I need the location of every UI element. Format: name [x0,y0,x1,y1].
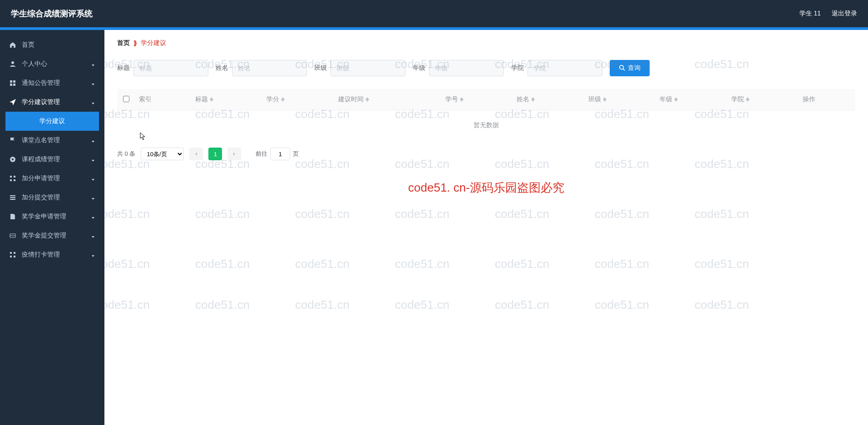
class-input[interactable] [330,60,405,76]
doc-icon [9,213,16,220]
sidebar-item-label: 加分提交管理 [22,193,85,202]
chevron-left-icon [194,151,198,158]
filter-college: 学院 [511,60,602,76]
sidebar-item-3[interactable]: 学分建议管理 [0,93,104,112]
column-label: 学号 [445,95,458,103]
column-label: 学分 [266,95,279,103]
watermark-tile: code51.cn [104,298,150,312]
column-label: 建议时间 [338,95,364,103]
grade-input[interactable] [429,60,504,76]
next-page-button[interactable] [227,148,241,160]
grid2-icon [9,251,16,258]
goto-input[interactable] [270,148,290,160]
sidebar-item-7[interactable]: 加分提交管理 [0,188,104,207]
record-icon [9,156,16,163]
sidebar-item-1[interactable]: 个人中心 [0,54,104,74]
query-button[interactable]: 查询 [610,60,650,76]
breadcrumb-separator-icon: ⟫ [133,40,137,47]
chevron-down-icon [91,81,95,85]
watermark-tile: code51.cn [495,298,549,312]
sidebar-item-10[interactable]: 疫情打卡管理 [0,245,104,264]
prev-page-button[interactable] [189,148,203,160]
watermark-tile: code51.cn [595,257,649,271]
sidebar: 首页个人中心通知公告管理学分建议管理学分建议课堂点名管理课程成绩管理加分申请管理… [0,30,104,425]
sidebar-item-8[interactable]: 奖学金申请管理 [0,207,104,226]
watermark-tile: code51.cn [104,207,150,221]
svg-point-0 [11,61,14,64]
sidebar-item-5[interactable]: 课程成绩管理 [0,150,104,169]
filter-label: 标题 [117,64,130,72]
sidebar-subitem[interactable]: 学分建议 [5,112,99,131]
goto-suffix: 页 [293,150,299,158]
college-input[interactable] [528,60,602,76]
topbar: 学生综合成绩测评系统 学生 11 退出登录 [0,0,868,27]
title-input[interactable] [133,60,208,76]
svg-rect-7 [10,176,12,178]
sliders-icon [9,194,16,201]
chevron-down-icon [91,62,95,66]
svg-rect-15 [14,252,15,254]
name-input[interactable] [232,60,307,76]
watermark-tile: code51.cn [295,207,350,221]
filter-label: 学院 [511,64,524,72]
sidebar-item-9[interactable]: 奖学金提交管理 [0,226,104,245]
select-all-header [117,89,135,110]
main-content: 首页 ⟫ 学分建议 标题姓名班级年级学院查询 索引标题学分建议时间学号姓名班级年… [104,30,868,425]
watermark-tile: code51.cn [295,298,350,312]
column-header[interactable]: 学号 [442,89,513,110]
user-link[interactable]: 学生 11 [799,10,821,18]
column-label: 操作 [803,95,815,103]
goto-page: 前往 页 [256,148,299,160]
svg-rect-10 [14,179,15,181]
page-number-1[interactable]: 1 [208,148,222,160]
app-title: 学生综合成绩测评系统 [11,8,93,19]
ticket-icon [9,232,16,239]
filter-class: 班级 [314,60,405,76]
chevron-down-icon [91,176,95,181]
sidebar-item-label: 课堂点名管理 [22,136,85,144]
svg-point-6 [12,158,14,160]
breadcrumb-home[interactable]: 首页 [117,39,130,47]
svg-rect-1 [10,80,12,83]
column-header[interactable]: 建议时间 [335,89,442,110]
watermark-main: code51. cn-源码乐园盗图必究 [104,180,868,196]
sidebar-item-label: 学分建议管理 [22,98,85,106]
svg-rect-8 [14,176,15,178]
sidebar-item-label: 首页 [22,41,95,49]
sidebar-item-6[interactable]: 加分申请管理 [0,169,104,188]
column-header[interactable]: 索引 [135,89,192,110]
chevron-down-icon [91,157,95,162]
sidebar-item-label: 通知公告管理 [22,79,85,87]
sidebar-item-2[interactable]: 通知公告管理 [0,74,104,93]
chevron-down-icon [91,100,95,104]
goto-prefix: 前往 [256,150,267,158]
column-header[interactable]: 学分 [263,89,334,110]
filter-bar: 标题姓名班级年级学院查询 [117,60,855,76]
column-header[interactable]: 标题 [192,89,263,110]
select-all-checkbox[interactable] [123,96,129,102]
column-label: 标题 [195,95,208,103]
svg-rect-3 [10,84,12,86]
svg-rect-9 [10,179,12,181]
sidebar-item-label: 疫情打卡管理 [22,251,85,259]
topbar-right: 学生 11 退出登录 [799,10,857,18]
page-size-select[interactable]: 10条/页 [141,148,184,160]
column-header[interactable]: 操作 [799,89,855,110]
sidebar-item-4[interactable]: 课堂点名管理 [0,131,104,150]
watermark-tile: code51.cn [395,298,449,312]
watermark-tile: code51.cn [495,257,549,271]
sidebar-item-0[interactable]: 首页 [0,35,104,54]
filter-label: 姓名 [216,64,228,72]
column-header[interactable]: 学院 [728,89,799,110]
table-empty-text: 暂无数据 [117,110,855,141]
search-icon [619,64,625,72]
column-label: 索引 [139,95,152,103]
column-label: 学院 [731,95,744,103]
svg-rect-16 [10,256,12,257]
column-header[interactable]: 姓名 [513,89,584,110]
column-header[interactable]: 班级 [585,89,656,110]
logout-link[interactable]: 退出登录 [832,10,857,18]
column-header[interactable]: 年级 [656,89,727,110]
breadcrumb-current: 学分建议 [141,39,166,47]
svg-point-13 [12,199,13,200]
